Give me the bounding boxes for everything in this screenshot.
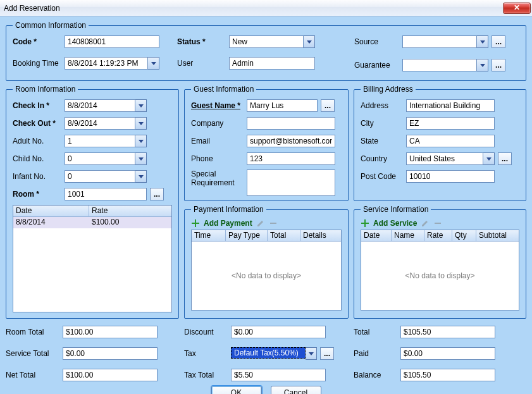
- tax-dropdown-button[interactable]: [306, 347, 317, 360]
- svc-header-subtotal[interactable]: Subtotal: [476, 230, 519, 241]
- paid-input[interactable]: [400, 347, 495, 360]
- guarantee-select[interactable]: [402, 59, 477, 71]
- booking-time-dropdown-button[interactable]: [148, 57, 159, 70]
- room-rate-grid[interactable]: Date Rate 8/8/2014 $100.00: [13, 205, 172, 312]
- pay-header-total[interactable]: Total: [268, 230, 300, 241]
- discount-input[interactable]: [231, 326, 326, 338]
- room-grid-header-date[interactable]: Date: [13, 206, 89, 216]
- guarantee-dropdown-button[interactable]: [477, 59, 488, 71]
- source-more-button[interactable]: ...: [492, 35, 505, 48]
- tax-total-input[interactable]: [231, 369, 326, 381]
- country-more-button[interactable]: ...: [498, 152, 512, 165]
- add-payment-link[interactable]: Add Payment: [204, 219, 252, 228]
- infant-no-input[interactable]: [65, 170, 135, 183]
- pay-header-type[interactable]: Pay Type: [226, 230, 268, 241]
- ok-button[interactable]: OK: [211, 386, 262, 394]
- svc-header-qty[interactable]: Qty: [452, 230, 476, 241]
- minus-icon[interactable]: [269, 219, 278, 228]
- room-total-input[interactable]: [63, 326, 158, 338]
- group-common-legend: Common Information: [13, 21, 89, 30]
- svc-header-name[interactable]: Name: [392, 230, 424, 241]
- city-input[interactable]: [406, 117, 495, 130]
- plus-icon: [191, 219, 200, 228]
- source-select[interactable]: [402, 35, 477, 48]
- user-input[interactable]: [229, 57, 315, 70]
- group-payment: Payment Information Add Payment Time Pay…: [184, 205, 349, 319]
- label-check-out: Check Out *: [13, 119, 65, 128]
- pay-header-details[interactable]: Details: [300, 230, 341, 241]
- label-email: Email: [191, 137, 247, 145]
- tax-more-button[interactable]: ...: [320, 347, 334, 360]
- room-grid-cell-date: 8/8/2014: [13, 217, 89, 228]
- chevron-down-icon: [151, 62, 156, 65]
- child-no-input[interactable]: [65, 152, 135, 165]
- email-input[interactable]: [247, 135, 335, 147]
- group-room: Room Information Check In * Check Out * …: [6, 85, 179, 319]
- label-child-no: Child No.: [13, 154, 65, 163]
- pencil-icon[interactable]: [256, 219, 265, 228]
- title-bar: Add Reservation ✕: [0, 0, 532, 16]
- pencil-icon[interactable]: [421, 219, 430, 228]
- balance-input[interactable]: [400, 369, 495, 381]
- group-room-legend: Room Information: [13, 85, 78, 94]
- room-grid-header-rate[interactable]: Rate: [89, 206, 171, 216]
- group-guest: Guest Information Guest Name * ... Compa…: [184, 85, 349, 201]
- status-select[interactable]: [229, 35, 304, 48]
- group-guest-legend: Guest Information: [191, 85, 256, 94]
- company-input[interactable]: [247, 117, 335, 130]
- address-input[interactable]: [406, 99, 495, 112]
- code-input[interactable]: [65, 35, 159, 48]
- label-infant-no: Infant No.: [13, 172, 65, 181]
- label-phone: Phone: [191, 154, 247, 163]
- adult-no-dropdown-button[interactable]: [135, 135, 147, 147]
- state-input[interactable]: [406, 135, 495, 147]
- label-room: Room *: [13, 190, 65, 199]
- check-in-dropdown-button[interactable]: [135, 99, 147, 112]
- minus-icon[interactable]: [433, 219, 442, 228]
- source-dropdown-button[interactable]: [477, 35, 488, 48]
- close-button[interactable]: ✕: [503, 3, 531, 14]
- label-city: City: [361, 119, 406, 128]
- service-total-input[interactable]: [63, 347, 158, 360]
- phone-input[interactable]: [247, 152, 335, 165]
- check-out-input[interactable]: [65, 117, 135, 130]
- net-total-input[interactable]: [63, 369, 158, 381]
- room-input[interactable]: [65, 188, 147, 200]
- guest-name-more-button[interactable]: ...: [321, 99, 335, 112]
- room-grid-row[interactable]: 8/8/2014 $100.00: [13, 217, 171, 228]
- chevron-down-icon: [139, 140, 144, 143]
- cancel-button[interactable]: Cancel: [271, 386, 321, 394]
- postcode-input[interactable]: [406, 170, 495, 183]
- pay-header-time[interactable]: Time: [192, 230, 226, 241]
- label-net-total: Net Total: [6, 371, 63, 379]
- payment-grid[interactable]: Time Pay Type Total Details <No data to …: [191, 230, 342, 311]
- child-no-dropdown-button[interactable]: [135, 152, 147, 165]
- label-discount: Discount: [184, 328, 231, 336]
- guarantee-more-button[interactable]: ...: [492, 59, 505, 71]
- infant-no-dropdown-button[interactable]: [135, 170, 147, 183]
- status-dropdown-button[interactable]: [304, 35, 315, 48]
- guest-name-input[interactable]: [247, 99, 318, 112]
- total-input[interactable]: [400, 326, 495, 338]
- add-service-link[interactable]: Add Service: [373, 219, 417, 228]
- adult-no-input[interactable]: [65, 135, 135, 147]
- label-special-req: Special Requirement: [191, 169, 247, 187]
- label-service-total: Service Total: [6, 349, 63, 358]
- chevron-down-icon: [139, 157, 144, 161]
- country-dropdown-button[interactable]: [483, 152, 495, 165]
- check-in-input[interactable]: [65, 99, 135, 112]
- booking-time-input[interactable]: [65, 57, 148, 70]
- check-out-dropdown-button[interactable]: [135, 117, 147, 130]
- room-more-button[interactable]: ...: [150, 188, 164, 200]
- special-req-input[interactable]: [247, 169, 335, 196]
- label-user: User: [177, 59, 229, 68]
- room-grid-cell-rate: $100.00: [89, 217, 171, 228]
- svc-header-rate[interactable]: Rate: [424, 230, 452, 241]
- svc-header-date[interactable]: Date: [361, 230, 392, 241]
- chevron-down-icon: [139, 104, 144, 108]
- country-select[interactable]: [406, 152, 483, 165]
- tax-select[interactable]: Default Tax(5.50%): [231, 347, 306, 359]
- label-tax-total: Tax Total: [184, 371, 231, 379]
- label-paid: Paid: [354, 349, 400, 358]
- service-grid[interactable]: Date Name Rate Qty Subtotal <No data to …: [361, 230, 519, 311]
